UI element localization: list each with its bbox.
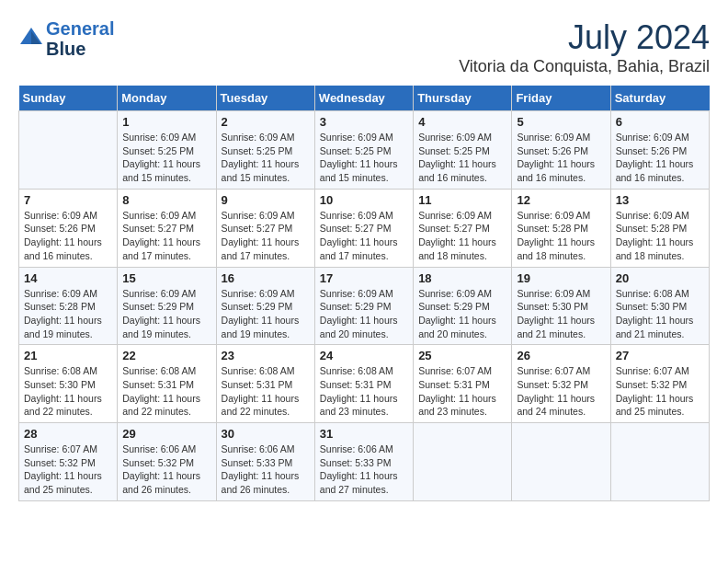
day-number: 10 (320, 193, 408, 207)
daylight-text: Daylight: 11 hours and 25 minutes. (24, 469, 112, 496)
calendar-cell: 5 Sunrise: 6:09 AM Sunset: 5:26 PM Dayli… (512, 111, 610, 190)
day-number: 13 (616, 193, 704, 207)
daylight-text: Daylight: 11 hours and 15 minutes. (320, 157, 408, 184)
day-number: 5 (517, 115, 605, 129)
page-header: GeneralBlue July 2024 Vitoria da Conquis… (18, 18, 710, 76)
daylight-text: Daylight: 11 hours and 19 minutes. (122, 314, 210, 340)
day-info: Sunrise: 6:09 AM Sunset: 5:25 PM Dayligh… (418, 131, 506, 185)
day-number: 17 (320, 271, 408, 285)
day-number: 8 (122, 193, 210, 207)
day-number: 27 (616, 349, 704, 362)
day-number: 24 (320, 349, 408, 362)
day-info: Sunrise: 6:09 AM Sunset: 5:28 PM Dayligh… (24, 287, 112, 341)
daylight-text: Daylight: 11 hours and 22 minutes. (222, 392, 310, 419)
calendar-cell: 26 Sunrise: 6:07 AM Sunset: 5:32 PM Dayl… (512, 345, 610, 423)
sunset-text: Sunset: 5:27 PM (418, 222, 506, 236)
day-number: 31 (320, 427, 408, 441)
day-info: Sunrise: 6:09 AM Sunset: 5:26 PM Dayligh… (24, 209, 112, 263)
calendar-table: SundayMondayTuesdayWednesdayThursdayFrid… (18, 86, 710, 501)
day-number: 18 (418, 271, 506, 285)
sunrise-text: Sunrise: 6:09 AM (122, 131, 210, 144)
calendar-week-row: 21 Sunrise: 6:08 AM Sunset: 5:30 PM Dayl… (19, 345, 710, 423)
sunset-text: Sunset: 5:31 PM (122, 378, 210, 392)
day-number: 30 (222, 427, 310, 441)
calendar-header: SundayMondayTuesdayWednesdayThursdayFrid… (19, 86, 710, 111)
sunset-text: Sunset: 5:31 PM (320, 378, 408, 392)
day-number: 29 (122, 427, 210, 441)
day-info: Sunrise: 6:09 AM Sunset: 5:27 PM Dayligh… (122, 209, 210, 263)
daylight-text: Daylight: 11 hours and 22 minutes. (24, 392, 112, 419)
sunrise-text: Sunrise: 6:08 AM (222, 364, 310, 378)
day-number: 16 (222, 271, 310, 285)
daylight-text: Daylight: 11 hours and 21 minutes. (517, 314, 605, 340)
calendar-week-row: 28 Sunrise: 6:07 AM Sunset: 5:32 PM Dayl… (19, 423, 710, 501)
sunrise-text: Sunrise: 6:09 AM (122, 287, 210, 301)
day-info: Sunrise: 6:09 AM Sunset: 5:28 PM Dayligh… (616, 209, 704, 263)
sunset-text: Sunset: 5:32 PM (517, 378, 605, 392)
sunset-text: Sunset: 5:26 PM (616, 144, 704, 158)
calendar-week-row: 7 Sunrise: 6:09 AM Sunset: 5:26 PM Dayli… (19, 189, 710, 267)
sunrise-text: Sunrise: 6:06 AM (320, 442, 408, 456)
sunrise-text: Sunrise: 6:08 AM (122, 364, 210, 378)
daylight-text: Daylight: 11 hours and 22 minutes. (122, 392, 210, 419)
sunset-text: Sunset: 5:25 PM (122, 144, 210, 158)
sunrise-text: Sunrise: 6:09 AM (616, 131, 704, 144)
sunrise-text: Sunrise: 6:09 AM (222, 287, 310, 301)
daylight-text: Daylight: 11 hours and 19 minutes. (222, 314, 310, 340)
calendar-cell: 22 Sunrise: 6:08 AM Sunset: 5:31 PM Dayl… (118, 345, 216, 423)
day-info: Sunrise: 6:09 AM Sunset: 5:26 PM Dayligh… (616, 131, 704, 185)
day-info: Sunrise: 6:09 AM Sunset: 5:29 PM Dayligh… (320, 287, 408, 341)
title-block: July 2024 Vitoria da Conquista, Bahia, B… (459, 18, 710, 76)
sunrise-text: Sunrise: 6:09 AM (24, 287, 112, 301)
calendar-cell (512, 423, 610, 501)
sunset-text: Sunset: 5:32 PM (122, 456, 210, 470)
logo: GeneralBlue (18, 18, 114, 59)
sunrise-text: Sunrise: 6:09 AM (517, 209, 605, 223)
daylight-text: Daylight: 11 hours and 18 minutes. (418, 236, 506, 262)
sunset-text: Sunset: 5:25 PM (222, 144, 310, 158)
day-info: Sunrise: 6:07 AM Sunset: 5:32 PM Dayligh… (24, 442, 112, 497)
sunrise-text: Sunrise: 6:09 AM (222, 131, 310, 144)
sunrise-text: Sunrise: 6:09 AM (418, 131, 506, 144)
sunset-text: Sunset: 5:32 PM (24, 456, 112, 470)
sunrise-text: Sunrise: 6:09 AM (616, 209, 704, 223)
sunset-text: Sunset: 5:30 PM (517, 300, 605, 314)
weekday-header: Monday (118, 86, 216, 111)
sunset-text: Sunset: 5:32 PM (616, 378, 704, 392)
day-info: Sunrise: 6:06 AM Sunset: 5:32 PM Dayligh… (122, 442, 210, 497)
sunrise-text: Sunrise: 6:09 AM (418, 287, 506, 301)
day-info: Sunrise: 6:09 AM Sunset: 5:27 PM Dayligh… (418, 209, 506, 263)
day-info: Sunrise: 6:09 AM Sunset: 5:27 PM Dayligh… (320, 209, 408, 263)
sunrise-text: Sunrise: 6:09 AM (320, 209, 408, 223)
daylight-text: Daylight: 11 hours and 15 minutes. (222, 157, 310, 184)
calendar-cell: 11 Sunrise: 6:09 AM Sunset: 5:27 PM Dayl… (414, 189, 512, 267)
calendar-cell: 19 Sunrise: 6:09 AM Sunset: 5:30 PM Dayl… (512, 267, 610, 345)
daylight-text: Daylight: 11 hours and 23 minutes. (418, 392, 506, 419)
daylight-text: Daylight: 11 hours and 24 minutes. (517, 392, 605, 419)
sunrise-text: Sunrise: 6:09 AM (517, 131, 605, 144)
sunset-text: Sunset: 5:28 PM (517, 222, 605, 236)
calendar-cell: 15 Sunrise: 6:09 AM Sunset: 5:29 PM Dayl… (118, 267, 216, 345)
day-info: Sunrise: 6:06 AM Sunset: 5:33 PM Dayligh… (222, 442, 310, 497)
sunrise-text: Sunrise: 6:09 AM (517, 287, 605, 301)
daylight-text: Daylight: 11 hours and 23 minutes. (320, 392, 408, 419)
day-info: Sunrise: 6:09 AM Sunset: 5:25 PM Dayligh… (122, 131, 210, 185)
day-number: 28 (24, 427, 112, 441)
day-info: Sunrise: 6:07 AM Sunset: 5:32 PM Dayligh… (517, 364, 605, 419)
sunset-text: Sunset: 5:29 PM (418, 300, 506, 314)
calendar-cell: 13 Sunrise: 6:09 AM Sunset: 5:28 PM Dayl… (610, 189, 709, 267)
sunset-text: Sunset: 5:27 PM (320, 222, 408, 236)
daylight-text: Daylight: 11 hours and 16 minutes. (24, 236, 112, 262)
day-info: Sunrise: 6:09 AM Sunset: 5:30 PM Dayligh… (517, 287, 605, 341)
weekday-header: Friday (512, 86, 610, 111)
calendar-cell: 21 Sunrise: 6:08 AM Sunset: 5:30 PM Dayl… (19, 345, 118, 423)
sunset-text: Sunset: 5:27 PM (122, 222, 210, 236)
daylight-text: Daylight: 11 hours and 26 minutes. (122, 469, 210, 496)
sunset-text: Sunset: 5:33 PM (320, 456, 408, 470)
day-info: Sunrise: 6:08 AM Sunset: 5:31 PM Dayligh… (122, 364, 210, 419)
day-number: 4 (418, 115, 506, 129)
day-info: Sunrise: 6:06 AM Sunset: 5:33 PM Dayligh… (320, 442, 408, 497)
calendar-cell: 25 Sunrise: 6:07 AM Sunset: 5:31 PM Dayl… (414, 345, 512, 423)
calendar-cell: 27 Sunrise: 6:07 AM Sunset: 5:32 PM Dayl… (610, 345, 709, 423)
day-number: 23 (222, 349, 310, 362)
